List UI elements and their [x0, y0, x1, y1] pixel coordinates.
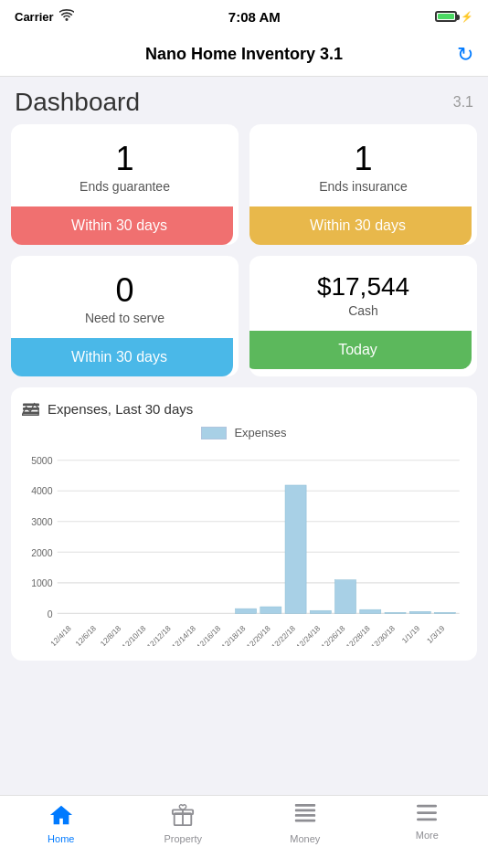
carrier-label: Carrier — [15, 10, 54, 24]
svg-text:12/8/18: 12/8/18 — [98, 623, 122, 646]
bar-chart: 5000 4000 3000 2000 1000 0 — [22, 445, 466, 646]
svg-text:12/4/18: 12/4/18 — [48, 623, 73, 646]
more-icon — [415, 803, 439, 827]
svg-text:12/26/18: 12/26/18 — [319, 623, 346, 646]
main-content: 1 Ends guarantee Within 30 days 1 Ends i… — [0, 124, 488, 820]
svg-text:12/16/18: 12/16/18 — [195, 623, 222, 646]
svg-rect-27 — [335, 580, 356, 614]
chart-title-text: Expenses, Last 30 days — [48, 401, 193, 417]
refresh-button[interactable]: ↻ — [457, 43, 473, 67]
card-number-guarantee: 1 — [115, 143, 133, 175]
chart-icon — [22, 400, 40, 417]
nav-bar: Nano Home Inventory 3.1 ↻ — [0, 33, 488, 77]
tab-money[interactable]: Money — [244, 803, 366, 844]
btn-insurance[interactable]: Within 30 days — [249, 206, 472, 245]
svg-text:1000: 1000 — [31, 578, 52, 588]
svg-text:3000: 3000 — [31, 517, 52, 527]
svg-text:4000: 4000 — [31, 486, 52, 496]
svg-rect-30 — [409, 611, 430, 613]
status-bar: Carrier 7:08 AM ⚡ — [0, 0, 488, 33]
app-title: Nano Home Inventory 3.1 — [145, 45, 343, 64]
svg-rect-57 — [417, 819, 437, 821]
tab-property-label: Property — [164, 833, 202, 844]
tab-home[interactable]: Home — [0, 803, 122, 844]
battery-icon — [435, 11, 457, 22]
tab-property[interactable]: Property — [122, 803, 245, 844]
card-serve[interactable]: 0 Need to serve Within 30 days — [11, 256, 239, 376]
btn-cash[interactable]: Today — [249, 331, 472, 369]
btn-guarantee[interactable]: Within 30 days — [11, 206, 233, 245]
svg-rect-31 — [434, 612, 455, 613]
svg-rect-55 — [417, 805, 437, 808]
svg-text:2000: 2000 — [31, 548, 52, 558]
svg-text:0: 0 — [48, 609, 53, 619]
card-label-serve: Need to serve — [85, 311, 164, 325]
card-number-serve: 0 — [115, 274, 133, 307]
tab-bar: Home Property Money — [0, 795, 488, 868]
card-guarantee[interactable]: 1 Ends guarantee Within 30 days — [11, 124, 239, 245]
property-icon — [171, 803, 195, 831]
chart-title: Expenses, Last 30 days — [22, 400, 466, 417]
svg-text:12/28/18: 12/28/18 — [345, 623, 372, 646]
svg-rect-24 — [260, 607, 281, 613]
svg-text:12/30/18: 12/30/18 — [369, 623, 397, 646]
cards-grid: 1 Ends guarantee Within 30 days 1 Ends i… — [11, 124, 477, 376]
svg-rect-25 — [285, 485, 306, 613]
svg-text:12/20/18: 12/20/18 — [245, 623, 272, 646]
tab-home-label: Home — [48, 833, 74, 844]
card-label-guarantee: Ends guarantee — [80, 179, 170, 194]
chart-container: 5000 4000 3000 2000 1000 0 — [22, 445, 466, 650]
svg-rect-51 — [295, 820, 315, 822]
svg-rect-56 — [417, 811, 437, 814]
svg-text:12/22/18: 12/22/18 — [270, 623, 297, 646]
chart-legend: Expenses — [22, 426, 466, 439]
chart-section: Expenses, Last 30 days Expenses 5000 400… — [11, 387, 477, 661]
svg-rect-0 — [23, 412, 39, 415]
svg-text:12/24/18: 12/24/18 — [294, 623, 322, 646]
tab-more-label: More — [416, 830, 439, 841]
svg-text:1/3/19: 1/3/19 — [425, 623, 447, 645]
svg-text:5000: 5000 — [31, 456, 52, 466]
version-label: 3.1 — [453, 94, 473, 111]
legend-box — [201, 427, 227, 439]
status-time: 7:08 AM — [228, 9, 281, 25]
page-title: Dashboard — [15, 88, 140, 117]
tab-more[interactable]: More — [366, 803, 489, 841]
money-icon — [293, 803, 317, 831]
card-number-insurance: 1 — [354, 143, 372, 175]
svg-rect-29 — [385, 612, 406, 613]
page-header: Dashboard 3.1 — [0, 77, 488, 124]
legend-label: Expenses — [234, 426, 286, 439]
status-left: Carrier — [15, 9, 74, 24]
home-icon — [48, 803, 74, 831]
svg-text:12/6/18: 12/6/18 — [73, 623, 98, 646]
card-label-insurance: Ends insurance — [319, 179, 408, 194]
svg-rect-26 — [310, 610, 331, 613]
svg-text:12/18/18: 12/18/18 — [219, 623, 247, 646]
card-number-cash: $17,544 — [317, 274, 409, 300]
svg-rect-28 — [360, 609, 381, 613]
tab-money-label: Money — [290, 833, 320, 844]
svg-text:12/10/18: 12/10/18 — [120, 623, 147, 646]
svg-rect-54 — [295, 804, 315, 807]
btn-serve[interactable]: Within 30 days — [11, 338, 233, 376]
svg-rect-53 — [295, 810, 315, 812]
svg-rect-23 — [236, 609, 257, 613]
card-label-cash: Cash — [348, 303, 378, 318]
card-insurance[interactable]: 1 Ends insurance Within 30 days — [249, 124, 477, 245]
wifi-icon — [59, 9, 74, 24]
svg-text:12/14/18: 12/14/18 — [170, 623, 197, 646]
svg-text:1/1/19: 1/1/19 — [400, 623, 422, 645]
svg-rect-52 — [295, 814, 315, 817]
status-right: ⚡ — [435, 11, 473, 23]
charging-icon: ⚡ — [461, 11, 473, 23]
card-cash[interactable]: $17,544 Cash Today — [249, 256, 477, 376]
svg-text:12/12/18: 12/12/18 — [145, 623, 173, 646]
